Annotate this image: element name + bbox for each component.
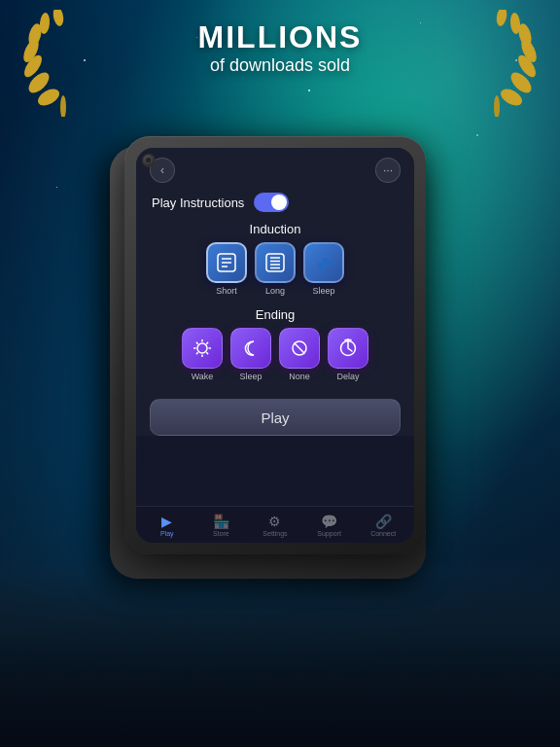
- connect-tab-label: Connect: [370, 530, 396, 537]
- tab-support[interactable]: 💬 Support: [302, 514, 357, 537]
- laurel-left: [19, 10, 107, 129]
- support-tab-icon: 💬: [321, 514, 337, 529]
- ending-wake-btn[interactable]: Wake: [182, 328, 223, 381]
- induction-long-btn[interactable]: Long: [255, 242, 296, 296]
- top-bar: ‹ ···: [136, 148, 414, 189]
- long-label: Long: [265, 286, 285, 296]
- play-tab-icon: ▶: [161, 514, 172, 529]
- sleep-icon-btn[interactable]: 💤: [303, 242, 344, 283]
- mountain-overlay: [0, 572, 560, 747]
- ending-row: Wake Sleep: [136, 328, 414, 381]
- ending-delay-btn[interactable]: Delay: [328, 328, 368, 381]
- svg-point-8: [494, 95, 500, 117]
- ending-sleep-icon[interactable]: [230, 328, 271, 369]
- more-button[interactable]: ···: [375, 158, 401, 183]
- play-instructions-toggle[interactable]: [254, 193, 289, 212]
- ending-sleep-btn[interactable]: Sleep: [230, 328, 271, 381]
- short-icon-btn[interactable]: [206, 242, 247, 283]
- tab-bar: ▶ Play 🏪 Store ⚙ Settings 💬 Support: [136, 506, 414, 543]
- wake-label: Wake: [192, 372, 214, 381]
- tab-connect[interactable]: 🔗 Connect: [356, 514, 410, 537]
- header-block: MILLIONS of downloads sold: [198, 19, 363, 76]
- ipad-screen: ‹ ··· Play Instructions Induction: [136, 148, 414, 543]
- ipad-front: ‹ ··· Play Instructions Induction: [124, 136, 426, 554]
- none-icon-btn[interactable]: [279, 328, 320, 369]
- long-icon-btn[interactable]: [255, 242, 296, 283]
- svg-point-0: [60, 95, 66, 117]
- millions-text: MILLIONS: [198, 19, 363, 55]
- connect-tab-icon: 🔗: [375, 514, 392, 529]
- induction-short-btn[interactable]: Short: [206, 242, 247, 296]
- tab-store[interactable]: 🏪 Store: [194, 514, 249, 537]
- play-instructions-label: Play Instructions: [152, 196, 244, 210]
- play-instructions-row: Play Instructions: [136, 189, 414, 222]
- ending-none-btn[interactable]: None: [279, 328, 320, 381]
- svg-point-7: [52, 10, 64, 27]
- svg-line-31: [196, 342, 198, 344]
- settings-tab-icon: ⚙: [268, 514, 281, 529]
- svg-line-34: [196, 352, 198, 354]
- svg-text:💤: 💤: [316, 256, 333, 272]
- delay-label: Delay: [336, 372, 359, 381]
- subtitle-text: of downloads sold: [198, 55, 363, 76]
- ipad-camera: [142, 154, 156, 167]
- svg-line-32: [206, 352, 208, 354]
- none-label: None: [289, 372, 310, 381]
- short-label: Short: [216, 286, 237, 296]
- svg-line-36: [295, 343, 305, 354]
- svg-line-33: [206, 342, 208, 344]
- tab-play[interactable]: ▶ Play: [140, 514, 194, 537]
- svg-point-26: [197, 343, 207, 353]
- svg-point-15: [495, 10, 508, 27]
- play-tab-label: Play: [160, 530, 174, 537]
- ending-label: Ending: [136, 307, 414, 322]
- ipad-device: ‹ ··· Play Instructions Induction: [124, 136, 436, 564]
- settings-tab-label: Settings: [262, 530, 287, 537]
- induction-sleep-label: Sleep: [312, 286, 334, 296]
- induction-row: Short Long: [136, 242, 414, 296]
- store-tab-label: Store: [213, 530, 229, 537]
- store-tab-icon: 🏪: [213, 514, 229, 529]
- ending-sleep-label: Sleep: [239, 372, 262, 381]
- induction-label: Induction: [136, 222, 414, 236]
- wake-icon-btn[interactable]: [182, 328, 223, 369]
- induction-sleep-btn[interactable]: 💤 Sleep: [303, 242, 344, 296]
- laurel-right: [453, 10, 541, 129]
- play-button[interactable]: Play: [150, 399, 401, 436]
- delay-icon-btn[interactable]: [328, 328, 368, 369]
- screen-content: ‹ ··· Play Instructions Induction: [136, 148, 414, 543]
- tab-settings[interactable]: ⚙ Settings: [248, 514, 302, 537]
- svg-rect-20: [266, 254, 284, 271]
- support-tab-label: Support: [317, 530, 341, 537]
